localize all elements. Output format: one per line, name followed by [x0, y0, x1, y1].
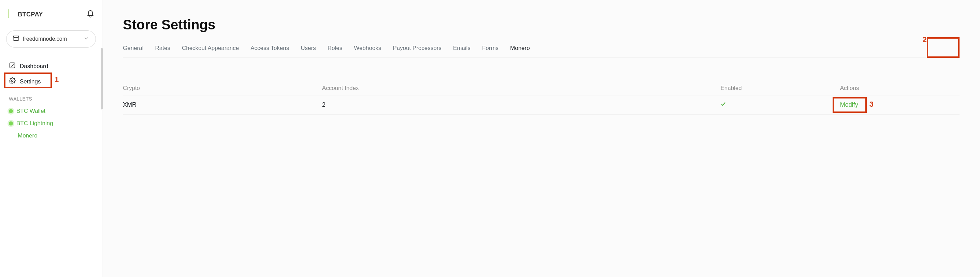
sidebar-item-label: BTC Wallet	[16, 108, 45, 115]
tab-users[interactable]: Users	[301, 45, 316, 52]
tab-payout-processors[interactable]: Payout Processors	[393, 45, 442, 52]
scrollbar-handle[interactable]	[101, 48, 103, 109]
table-header-enabled: Enabled	[720, 85, 840, 92]
gear-icon	[9, 77, 16, 86]
sidebar-item-label: Settings	[20, 78, 41, 85]
table-row: XMR 2 Modify 3	[123, 95, 959, 115]
tab-rates[interactable]: Rates	[155, 45, 170, 52]
annotation-number-3: 3	[869, 100, 873, 109]
modify-link[interactable]: Modify	[840, 101, 858, 109]
status-dot-icon	[9, 122, 13, 125]
store-icon	[13, 35, 19, 43]
tab-webhooks[interactable]: Webhooks	[354, 45, 381, 52]
sidebar-item-label: Monero	[18, 132, 38, 139]
table-header-actions: Actions	[840, 85, 959, 92]
main-content: Store Settings General Rates Checkout Ap…	[102, 0, 980, 277]
tabs-container: General Rates Checkout Appearance Access…	[123, 45, 959, 58]
bell-icon	[86, 14, 94, 19]
tab-forms[interactable]: Forms	[482, 45, 498, 52]
tab-access-tokens[interactable]: Access Tokens	[250, 45, 289, 52]
crypto-table: Crypto Account Index Enabled Actions XMR…	[123, 82, 959, 115]
sidebar-item-label: BTC Lightning	[16, 120, 53, 127]
dashboard-icon	[9, 62, 16, 70]
logo: BTCPAY	[6, 8, 43, 21]
annotation-number-2: 2	[923, 35, 927, 44]
tab-monero[interactable]: Monero	[510, 45, 530, 52]
chevron-down-icon	[83, 35, 89, 43]
active-tab-indicator	[934, 56, 959, 58]
tab-checkout-appearance[interactable]: Checkout Appearance	[182, 45, 239, 52]
tab-emails[interactable]: Emails	[453, 45, 471, 52]
sidebar-item-btc-lightning[interactable]: BTC Lightning	[6, 117, 96, 130]
store-selector[interactable]: freedomnode.com	[6, 30, 96, 48]
sidebar-item-btc-wallet[interactable]: BTC Wallet	[6, 105, 96, 117]
sidebar-item-monero[interactable]: Monero	[6, 130, 96, 142]
sidebar-item-label: Dashboard	[20, 63, 48, 70]
sidebar: BTCPAY freedomnode.com Das	[0, 0, 102, 277]
sidebar-item-settings[interactable]: Settings	[6, 74, 96, 89]
status-dot-icon	[9, 109, 13, 113]
sidebar-item-dashboard[interactable]: Dashboard	[6, 58, 96, 74]
page-title: Store Settings	[123, 17, 959, 32]
wallets-section-label: WALLETS	[9, 96, 96, 102]
logo-icon	[6, 8, 15, 21]
cell-crypto: XMR	[123, 101, 322, 109]
logo-text: BTCPAY	[18, 11, 43, 18]
table-header-crypto: Crypto	[123, 85, 322, 92]
tab-roles[interactable]: Roles	[328, 45, 342, 52]
tab-general[interactable]: General	[123, 45, 143, 52]
cell-account-index: 2	[322, 101, 721, 109]
notifications-button[interactable]	[85, 8, 96, 21]
check-icon	[720, 102, 727, 109]
svg-point-1	[11, 80, 13, 82]
table-header-account-index: Account Index	[322, 85, 721, 92]
store-name: freedomnode.com	[23, 36, 67, 42]
